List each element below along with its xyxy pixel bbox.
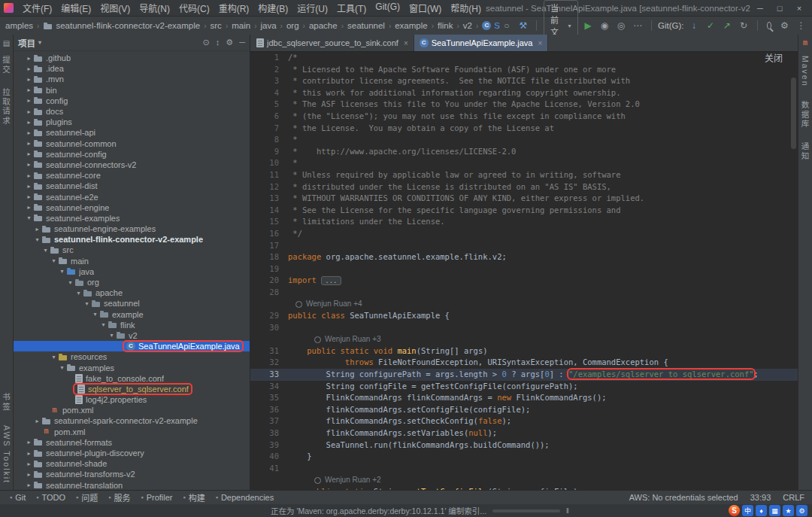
tree-chevron-icon[interactable]: ▸ (25, 193, 33, 200)
breadcrumb-item[interactable]: CSeaTunnelApiExample (481, 21, 500, 30)
code-line[interactable]: 5 * The ASF licenses this file to You un… (250, 99, 798, 111)
tool-strip-item-数据库[interactable]: 数据库 (800, 101, 811, 129)
tree-chevron-icon[interactable]: ▾ (108, 332, 116, 339)
collapse-all-icon[interactable]: ↕ (216, 38, 220, 47)
project-view-selector[interactable]: 项目 ▾ (18, 37, 41, 49)
tree-chevron-icon[interactable]: ▸ (25, 450, 33, 457)
code-line[interactable]: 37 flinkCommandArgs.setCheckConfig(false… (250, 415, 798, 427)
tree-item[interactable]: ▸seatunnel-engine (14, 202, 250, 213)
code-line[interactable]: 11 * Unless required by applicable law o… (250, 169, 798, 181)
tree-chevron-icon[interactable]: ▸ (25, 151, 33, 157)
tree-item[interactable]: ▸seatunnel-e2e (14, 191, 250, 202)
editor[interactable]: 关闭 1/*2 * Licensed to the Apache Softwar… (250, 52, 798, 491)
search-icon[interactable] (767, 22, 771, 29)
breadcrumb-item[interactable]: main (231, 21, 251, 30)
tool-window-button-Git[interactable]: ▪Git (10, 491, 26, 503)
tree-chevron-icon[interactable]: ▸ (33, 226, 41, 233)
line-number[interactable]: 41 (250, 463, 288, 475)
tool-window-button-Dependencies[interactable]: ▪Dependencies (216, 491, 274, 503)
tree-chevron-icon[interactable]: ▾ (50, 257, 58, 264)
line-number[interactable]: 40 (250, 451, 288, 463)
menu-item[interactable]: 窗口(W) (404, 2, 446, 14)
tree-item[interactable]: ▾resources (14, 351, 250, 362)
line-number[interactable]: 31 (250, 345, 288, 357)
tree-item[interactable]: ▸seatunnel-plugin-discovery (14, 448, 250, 458)
code-line[interactable]: 10 * (250, 157, 798, 169)
breadcrumb-item[interactable]: v2 (462, 21, 473, 30)
menu-item[interactable]: 重构(R) (214, 2, 254, 14)
line-number[interactable]: 7 (250, 123, 288, 135)
tree-chevron-icon[interactable]: ▸ (25, 471, 33, 478)
line-number[interactable]: 11 (250, 169, 288, 181)
tab-close-icon[interactable]: × (538, 39, 542, 47)
tool-strip-item-Maven[interactable]: Maven (801, 56, 810, 87)
code-line[interactable]: 35 FlinkCommandArgs flinkCommandArgs = n… (250, 392, 798, 404)
run-button[interactable]: ▶ (582, 20, 595, 31)
tree-item[interactable]: ▸seatunnel-connectors-v2 (14, 160, 250, 170)
tree-chevron-icon[interactable]: ▸ (25, 108, 33, 115)
project-tool-icon[interactable]: ▤ (3, 39, 10, 47)
code-line[interactable]: Wenjun Ruan +2 (250, 474, 798, 486)
line-number[interactable]: 39 (250, 439, 288, 452)
caret-position-widget[interactable]: 33:93 (750, 493, 771, 502)
menu-item[interactable]: Git(G) (371, 2, 404, 14)
tree-chevron-icon[interactable]: ▾ (91, 311, 99, 318)
tree-chevron-icon[interactable]: ▾ (58, 364, 66, 371)
code-line[interactable]: 13 * WITHOUT WARRANTIES OR CONDITIONS OF… (250, 193, 798, 205)
tree-chevron-icon[interactable]: ▸ (25, 119, 33, 126)
menu-item[interactable]: 代码(C) (174, 2, 214, 14)
tool-strip-item-AWS Toolkit[interactable]: AWS Toolkit (2, 425, 11, 484)
tree-item[interactable]: CSeaTunnelApiExample.java (14, 341, 250, 351)
tree-chevron-icon[interactable]: ▾ (50, 354, 58, 360)
code-line[interactable]: 3 * contributor license agreements. See … (250, 75, 798, 87)
tree-chevron-icon[interactable]: ▸ (25, 204, 33, 211)
maven-icon[interactable]: m (803, 39, 807, 47)
coverage-icon[interactable]: ◎ (615, 20, 628, 31)
tree-item[interactable]: ▸seatunnel-core (14, 170, 250, 181)
code-line[interactable]: 39 SeaTunnel.run(flinkCommandArgs.buildC… (250, 439, 798, 452)
tree-item[interactable]: ▸seatunnel-transforms-v2 (14, 469, 250, 479)
line-number[interactable]: 28 (250, 287, 288, 299)
tool-strip-item-书签[interactable]: 书签 (1, 393, 12, 412)
code-line[interactable]: 15 * limitations under the License. (250, 216, 798, 228)
code-line[interactable]: 7 * the License. You may obtain a copy o… (250, 123, 798, 135)
user-icon[interactable]: ○ (500, 20, 513, 31)
line-number[interactable]: 13 (250, 193, 288, 205)
line-number[interactable]: 1 (250, 52, 288, 64)
git-commit-icon[interactable]: ✓ (704, 20, 717, 31)
git-update-icon[interactable]: ↓ (688, 20, 701, 31)
tree-chevron-icon[interactable]: ▸ (25, 461, 33, 467)
line-number[interactable]: 32 (250, 357, 288, 369)
breadcrumb-item[interactable]: org (286, 21, 300, 30)
wrench-tray-icon[interactable]: ⚙ (796, 505, 807, 516)
tree-chevron-icon[interactable]: ▸ (25, 482, 33, 488)
tree-item[interactable]: ▾seatunnel-examples (14, 213, 250, 224)
code-line[interactable]: 38 flinkCommandArgs.setVariables(null); (250, 427, 798, 439)
line-number[interactable]: 8 (250, 134, 288, 146)
line-number[interactable]: 17 (250, 240, 288, 252)
git-push-icon[interactable]: ↗ (721, 20, 734, 31)
code-line[interactable]: 17 (250, 240, 798, 252)
tree-chevron-icon[interactable]: ▸ (25, 65, 33, 72)
line-number[interactable]: 15 (250, 216, 288, 228)
mic-tray-icon[interactable]: ♦ (756, 505, 767, 516)
breadcrumb-item[interactable]: example (394, 21, 428, 30)
line-number[interactable]: 4 (250, 87, 288, 99)
tool-strip-item-提交[interactable]: 提交 (1, 56, 12, 75)
line-number[interactable]: 35 (250, 392, 288, 404)
line-number[interactable]: 6 (250, 111, 288, 123)
tree-chevron-icon[interactable]: ▸ (25, 439, 33, 446)
tree-chevron-icon[interactable]: ▾ (58, 268, 66, 275)
menu-item[interactable]: 工具(T) (332, 2, 371, 14)
line-number[interactable]: 34 (250, 381, 288, 393)
hide-panel-icon[interactable]: ─ (239, 38, 245, 47)
tree-chevron-icon[interactable]: ▾ (33, 236, 41, 243)
line-number[interactable]: 33 (250, 369, 288, 381)
editor-scrollbar[interactable] (791, 78, 796, 149)
tree-item[interactable]: ▸seatunnel-translation (14, 480, 250, 491)
code-line[interactable]: 16 */ (250, 228, 798, 240)
tree-chevron-icon[interactable]: ▾ (83, 300, 91, 307)
tree-item[interactable]: ▾src (14, 245, 250, 255)
code-line[interactable]: 14 * See the License for the specific la… (250, 205, 798, 217)
code-author-annotation[interactable]: Wenjun Ruan +4 (295, 298, 362, 310)
